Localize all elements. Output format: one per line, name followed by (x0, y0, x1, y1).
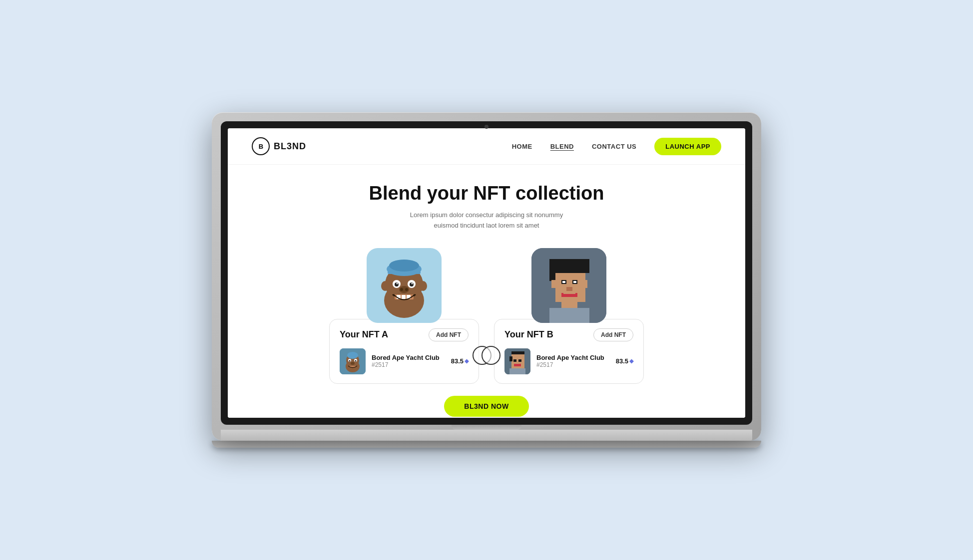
laptop-base (221, 430, 752, 441)
nft-a-name: Bored Ape Yacht Club (372, 354, 445, 361)
svg-rect-37 (573, 281, 576, 283)
svg-point-19 (419, 281, 427, 291)
nft-b-name: Bored Ape Yacht Club (536, 354, 610, 361)
nft-b-thumb (504, 348, 530, 374)
blend-circles (468, 346, 505, 365)
blend-circle-right (482, 346, 500, 365)
svg-point-9 (397, 282, 398, 284)
nav-blend[interactable]: BLEND (550, 143, 574, 150)
nft-b-thumb-image (504, 348, 530, 374)
nav-home[interactable]: HOME (512, 143, 532, 150)
blend-now-section: BL3ND NOW (228, 396, 745, 418)
svg-rect-48 (509, 356, 512, 361)
svg-rect-49 (513, 359, 516, 362)
svg-point-27 (355, 360, 357, 361)
nft-b-card-header: Your NFT B Add NFT (504, 328, 633, 341)
launch-app-button[interactable]: LAUNCH APP (654, 138, 721, 155)
navbar: B BL3ND HOME BLEND CONTACT US LAUNCH APP (228, 128, 745, 165)
svg-rect-33 (555, 259, 588, 268)
nft-a-thumb-image (340, 348, 366, 374)
svg-point-4 (389, 260, 419, 272)
nft-a-card: Your NFT A Add NFT (329, 319, 479, 384)
hero-title: Blend your NFT collection (228, 183, 745, 204)
logo-icon: B (252, 137, 270, 155)
svg-rect-53 (509, 368, 525, 374)
nft-a-column: Your NFT A Add NFT (329, 248, 479, 384)
svg-rect-36 (562, 281, 565, 283)
svg-rect-51 (514, 364, 521, 366)
logo-text: BL3ND (274, 141, 306, 152)
nft-b-preview-image (531, 248, 606, 323)
svg-point-28 (351, 362, 355, 365)
nft-b-title: Your NFT B (504, 329, 553, 340)
nft-a-thumb (340, 348, 366, 374)
laptop-screen: B BL3ND HOME BLEND CONTACT US LAUNCH APP (228, 128, 745, 418)
svg-point-18 (381, 281, 389, 291)
nft-b-id: #2517 (536, 361, 610, 368)
nft-b-price: 83.5 ◆ (616, 357, 633, 365)
nft-b-card: Your NFT B Add NFT (494, 319, 644, 384)
svg-rect-16 (402, 295, 406, 299)
nft-b-column: Your NFT B Add NFT (494, 248, 644, 384)
laptop-frame: B BL3ND HOME BLEND CONTACT US LAUNCH APP (212, 112, 761, 448)
nft-a-id: #2517 (372, 361, 445, 368)
add-nft-a-button[interactable]: Add NFT (429, 328, 469, 341)
camera-dot (485, 125, 488, 129)
eth-icon-b: ◆ (629, 358, 633, 364)
nft-a-info: Bored Ape Yacht Club #2517 (372, 354, 445, 368)
punk-illustration (531, 248, 606, 323)
nav-links: HOME BLEND CONTACT US LAUNCH APP (512, 138, 721, 155)
svg-rect-44 (583, 280, 587, 288)
svg-point-23 (347, 352, 358, 359)
svg-rect-40 (566, 287, 572, 291)
svg-rect-32 (549, 263, 555, 281)
hero-section: Blend your NFT collection Lorem ipsum do… (228, 165, 745, 243)
blend-icon (468, 346, 505, 365)
nft-b-info: Bored Ape Yacht Club #2517 (536, 354, 610, 368)
nft-section: Your NFT A Add NFT (228, 248, 745, 384)
site-wrapper: B BL3ND HOME BLEND CONTACT US LAUNCH APP (228, 128, 745, 418)
nav-contact[interactable]: CONTACT US (592, 143, 636, 150)
nft-a-price: 83.5 ◆ (451, 357, 469, 365)
svg-rect-50 (518, 359, 521, 362)
svg-point-10 (412, 282, 413, 284)
nft-a-preview-image (367, 248, 442, 323)
svg-point-13 (405, 288, 408, 291)
laptop-foot (212, 441, 761, 448)
svg-rect-43 (551, 280, 555, 288)
svg-rect-42 (549, 308, 589, 323)
nft-a-card-header: Your NFT A Add NFT (340, 328, 469, 341)
svg-point-26 (349, 360, 351, 361)
svg-point-12 (400, 288, 403, 291)
nft-a-item: Bored Ape Yacht Club #2517 83.5 ◆ (340, 348, 469, 374)
add-nft-b-button[interactable]: Add NFT (593, 328, 633, 341)
logo: B BL3ND (252, 137, 306, 155)
nft-a-title: Your NFT A (340, 329, 388, 340)
blend-now-button[interactable]: BL3ND NOW (444, 396, 528, 417)
nft-b-item: Bored Ape Yacht Club #2517 83.5 ◆ (504, 348, 633, 374)
svg-rect-39 (563, 292, 575, 294)
ape-illustration (367, 248, 442, 323)
laptop-notch (452, 425, 521, 430)
hero-subtitle: Lorem ipsum dolor consectur adipiscing s… (228, 210, 745, 231)
